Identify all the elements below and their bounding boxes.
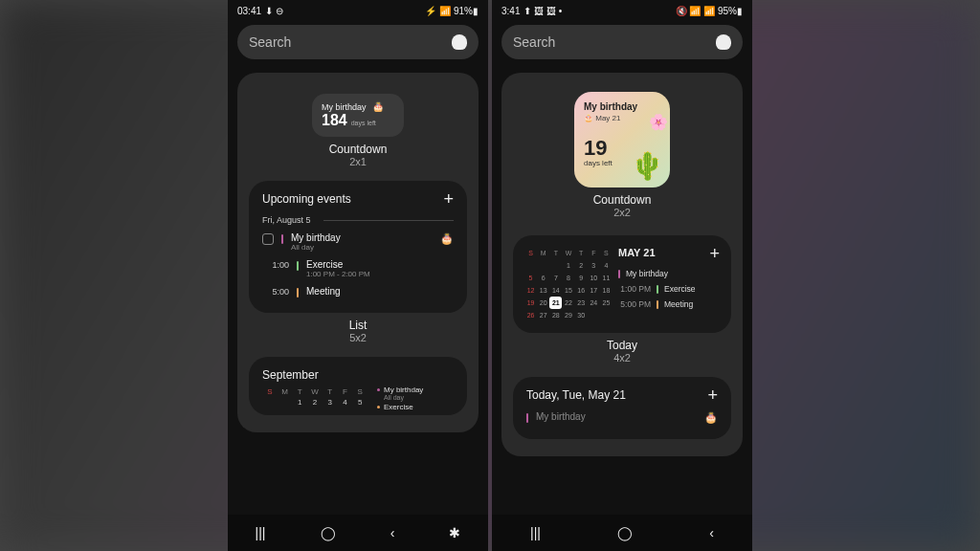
calendar-month: September (262, 368, 368, 382)
recent-apps-button[interactable]: ||| (256, 525, 266, 540)
list-title: Upcoming events (262, 192, 351, 206)
countdown-days: 19 (584, 138, 660, 159)
back-button[interactable]: ‹ (709, 525, 714, 540)
status-bar: 3:41⬆ 🖼 🖼 • 🔇 📶 📶 95%▮ (492, 0, 752, 21)
home-button[interactable]: ◯ (321, 525, 336, 540)
recent-apps-button[interactable]: ||| (530, 525, 541, 540)
search-bar[interactable]: Search (237, 25, 479, 59)
clock: 3:41 (501, 6, 520, 16)
calendar-widget[interactable]: September SMTWTFS 12345 My birthdayAll d… (249, 357, 467, 415)
accessibility-button[interactable]: ✱ (449, 525, 460, 540)
widget-name: Countdown (249, 143, 467, 156)
days-left-label: days left (351, 120, 376, 126)
days-left-label: days left (584, 159, 660, 167)
day-of-week-row: SMTWTFS (262, 387, 368, 396)
cake-icon: 🎂 (372, 101, 384, 112)
status-icons-left: ⬇ ⊖ (265, 6, 283, 16)
cake-icon: 🎂 (440, 232, 454, 245)
search-bar[interactable]: Search (501, 25, 743, 59)
event-row-meeting[interactable]: 5:00 Meeting (262, 282, 454, 301)
clock: 03:41 (237, 6, 261, 16)
event-row[interactable]: My birthday 🎂 (526, 408, 718, 428)
countdown-widget-2x2[interactable]: My birthday 🎂 May 21 19 days left (574, 92, 670, 187)
countdown-2x2-card: My birthday 🎂 May 21 19 days left Countd… (501, 73, 743, 456)
widget-size: 2x1 (249, 156, 467, 167)
phone-left: 03:41⬇ ⊖ ⚡ 📶 91%▮ Search My birthday 🎂 1… (228, 0, 488, 551)
event-color-bar (526, 413, 528, 423)
mic-icon[interactable] (716, 34, 731, 50)
today-widget-4x2[interactable]: SMTWTFS 1234 567891011 12131415161718 19… (513, 235, 731, 333)
status-icons-right: 🔇 📶 📶 95%▮ (676, 6, 743, 16)
today-list-widget[interactable]: Today, Tue, May 21 + My birthday 🎂 (513, 377, 731, 439)
event-color-bar (297, 261, 299, 271)
today-event-birthday[interactable]: My birthday (618, 266, 720, 281)
widget-size: 2x2 (513, 207, 731, 218)
widget-name: Today (513, 339, 731, 352)
event-color-bar (281, 234, 283, 244)
calendar-icon (262, 233, 274, 245)
today-event-meeting[interactable]: 5:00 PMMeeting (618, 297, 720, 312)
phone-right: 3:41⬆ 🖼 🖼 • 🔇 📶 📶 95%▮ Search My birthda… (492, 0, 752, 551)
today-list-title: Today, Tue, May 21 (526, 388, 626, 402)
widget-size: 4x2 (513, 352, 731, 364)
back-button[interactable]: ‹ (390, 525, 395, 540)
list-date: Fri, August 5 (262, 215, 454, 225)
countdown-title: My birthday (584, 101, 660, 112)
today-event-exercise[interactable]: 1:00 PMExercise (618, 281, 720, 297)
home-button[interactable]: ◯ (617, 525, 633, 540)
mic-icon[interactable] (452, 34, 467, 50)
event-row-birthday[interactable]: My birthdayAll day 🎂 (262, 229, 454, 255)
search-placeholder: Search (249, 34, 291, 50)
cake-icon: 🎂 (584, 114, 593, 122)
today-title: MAY 21 (618, 247, 656, 260)
countdown-title: My birthday (322, 102, 367, 112)
countdown-days: 184 (322, 112, 347, 128)
calendar-row: 12345 (262, 396, 368, 408)
status-bar: 03:41⬇ ⊖ ⚡ 📶 91%▮ (228, 0, 488, 21)
widget-size: 5x2 (249, 332, 467, 343)
widget-name: Countdown (513, 193, 731, 207)
list-widget-5x2[interactable]: Upcoming events + Fri, August 5 My birth… (249, 181, 467, 313)
cake-icon: 🎂 (704, 411, 718, 424)
add-event-icon[interactable]: + (443, 192, 454, 206)
add-event-icon[interactable]: + (709, 247, 720, 260)
countdown-date: May 21 (595, 114, 620, 122)
search-placeholder: Search (513, 34, 555, 50)
nav-bar: ||| ◯ ‹ ✱ (228, 515, 488, 551)
status-icons-left: ⬆ 🖼 🖼 • (523, 6, 562, 16)
countdown-2x1-card: My birthday 🎂 184days left Countdown 2x1… (237, 73, 479, 432)
event-row-exercise[interactable]: 1:00 Exercise1:00 PM - 2:00 PM (262, 255, 454, 282)
status-icons-right: ⚡ 📶 91%▮ (425, 6, 479, 16)
event-color-bar (297, 288, 299, 298)
today-mini-calendar: SMTWTFS 1234 567891011 12131415161718 19… (524, 247, 612, 321)
countdown-widget-2x1[interactable]: My birthday 🎂 184days left (312, 94, 404, 137)
add-event-icon[interactable]: + (707, 388, 718, 402)
nav-bar: ||| ◯ ‹ (492, 515, 752, 551)
widget-name: List (249, 319, 467, 332)
